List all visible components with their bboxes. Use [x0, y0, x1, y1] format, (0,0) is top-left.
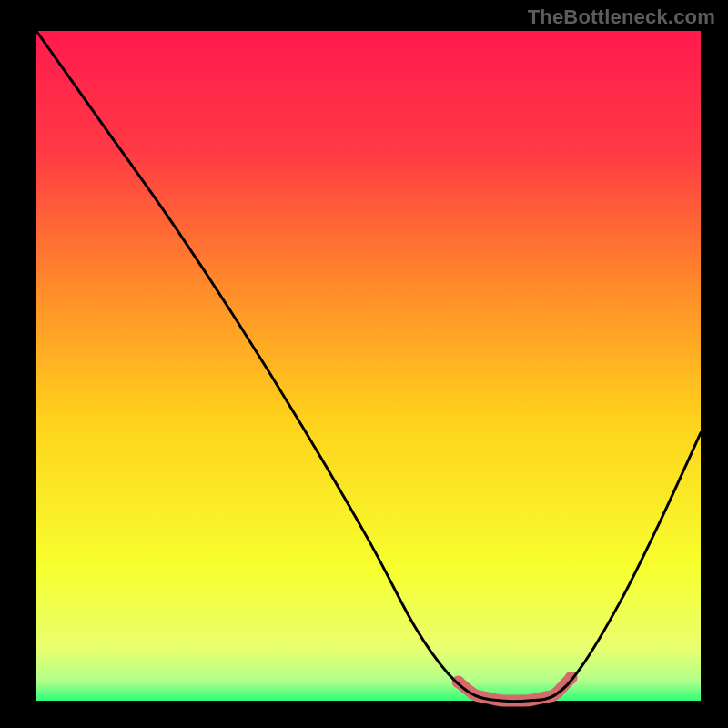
chart-container: TheBottleneck.com: [0, 0, 728, 728]
bottleneck-curve-chart: [0, 0, 728, 728]
plot-background: [36, 31, 701, 701]
